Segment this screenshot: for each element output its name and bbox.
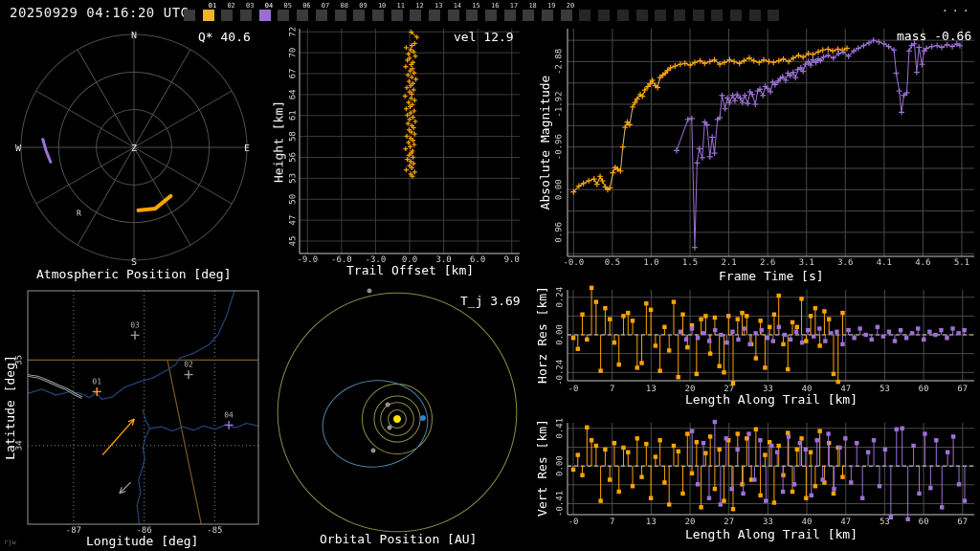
camera-box bbox=[448, 10, 459, 21]
camera-05[interactable]: 05 bbox=[278, 2, 297, 22]
camera-slot[interactable] bbox=[636, 2, 656, 22]
camera-box bbox=[561, 10, 572, 21]
trail-y-axis-title: Height [km] bbox=[272, 100, 286, 183]
camera-20[interactable]: 20 bbox=[561, 2, 580, 22]
camera-label: 07 bbox=[321, 3, 330, 10]
camera-box bbox=[768, 10, 779, 21]
camera-box bbox=[579, 10, 590, 21]
camera-label: 20 bbox=[566, 3, 575, 10]
camera-slot[interactable] bbox=[655, 2, 674, 22]
camera-02[interactable]: 02 bbox=[221, 2, 240, 22]
camera-box bbox=[542, 10, 553, 21]
camera-10[interactable]: 10 bbox=[372, 2, 391, 22]
camera-label: 09 bbox=[358, 3, 368, 10]
camera-slot[interactable] bbox=[184, 2, 203, 22]
camera-box bbox=[636, 10, 648, 21]
orbit-axis-title: Orbital Position [AU] bbox=[320, 532, 477, 546]
tisserand-annotation: T_j 3.69 bbox=[460, 294, 521, 308]
horz-res-y-axis-title: Horz Res [km] bbox=[535, 286, 549, 384]
camera-label: 03 bbox=[245, 3, 255, 10]
camera-box bbox=[523, 10, 534, 21]
camera-06[interactable]: 06 bbox=[297, 2, 316, 22]
camera-label: 04 bbox=[264, 3, 274, 10]
camera-box bbox=[655, 10, 666, 21]
trail-x-axis-title: Trail Offset [km] bbox=[346, 263, 474, 277]
camera-slot[interactable] bbox=[749, 2, 768, 22]
camera-label: 02 bbox=[226, 3, 235, 10]
camera-label: 19 bbox=[546, 3, 556, 10]
vert-res-x-axis-title: Length Along Trail [km] bbox=[685, 527, 858, 541]
q-annotation: Q* 40.6 bbox=[198, 30, 251, 44]
camera-label: 17 bbox=[509, 3, 519, 10]
magnitude-y-axis-title: Absolute Magnitude bbox=[538, 76, 552, 210]
camera-box bbox=[221, 10, 233, 21]
camera-box bbox=[485, 10, 497, 21]
magnitude-x-axis-title: Frame Time [s] bbox=[719, 269, 824, 283]
camera-slot[interactable] bbox=[598, 2, 617, 22]
camera-box bbox=[711, 10, 723, 21]
vert-res-y-axis-title: Vert Res [km] bbox=[535, 419, 549, 517]
camera-slot[interactable] bbox=[674, 2, 693, 22]
camera-03[interactable]: 03 bbox=[240, 2, 259, 22]
camera-label: 13 bbox=[434, 3, 443, 10]
camera-16[interactable]: 16 bbox=[485, 2, 504, 22]
camera-label: 01 bbox=[208, 3, 217, 10]
camera-11[interactable]: 11 bbox=[391, 2, 411, 22]
camera-box bbox=[391, 10, 403, 21]
camera-box bbox=[693, 10, 704, 21]
camera-box bbox=[259, 10, 271, 21]
camera-box bbox=[335, 10, 346, 21]
camera-box bbox=[674, 10, 685, 21]
overflow-menu-button[interactable]: ... bbox=[942, 0, 972, 14]
velocity-annotation: vel 12.9 bbox=[454, 30, 514, 44]
camera-04[interactable]: 04 bbox=[259, 2, 278, 22]
camera-12[interactable]: 12 bbox=[410, 2, 429, 22]
camera-slot[interactable] bbox=[711, 2, 730, 22]
camera-box bbox=[240, 10, 252, 21]
camera-17[interactable]: 17 bbox=[504, 2, 523, 22]
camera-19[interactable]: 19 bbox=[542, 2, 561, 22]
camera-box bbox=[184, 10, 195, 21]
camera-box bbox=[749, 10, 761, 21]
camera-box bbox=[504, 10, 516, 21]
camera-label: 15 bbox=[471, 3, 480, 10]
camera-01[interactable]: 01 bbox=[203, 2, 222, 22]
map-x-axis-title: Longitude [deg] bbox=[86, 534, 198, 548]
camera-label: 10 bbox=[377, 3, 387, 10]
atmospheric-axis-title: Atmospheric Position [deg] bbox=[36, 267, 232, 281]
camera-13[interactable]: 13 bbox=[429, 2, 448, 22]
camera-label: 06 bbox=[301, 3, 311, 10]
camera-09[interactable]: 09 bbox=[353, 2, 372, 22]
camera-box bbox=[429, 10, 440, 21]
camera-slot[interactable] bbox=[617, 2, 636, 22]
camera-14[interactable]: 14 bbox=[448, 2, 467, 22]
horz-res-x-axis-title: Length Along Trail [km] bbox=[685, 392, 858, 407]
camera-label: 11 bbox=[396, 3, 406, 10]
mass-annotation: mass -0.66 bbox=[897, 29, 971, 43]
camera-box bbox=[372, 10, 384, 21]
timestamp: 20250929 04:16:20 UTC bbox=[10, 5, 189, 20]
camera-15[interactable]: 15 bbox=[466, 2, 485, 22]
camera-label: 14 bbox=[453, 3, 462, 10]
camera-slot[interactable] bbox=[768, 2, 787, 22]
camera-slot[interactable] bbox=[693, 2, 712, 22]
app-window: 20250929 04:16:20 UTC 010203040506070809… bbox=[0, 0, 980, 551]
camera-label: 12 bbox=[414, 3, 424, 10]
camera-18[interactable]: 18 bbox=[523, 2, 542, 22]
camera-box bbox=[278, 10, 289, 21]
camera-box bbox=[410, 10, 421, 21]
camera-label: 18 bbox=[527, 3, 537, 10]
camera-box bbox=[730, 10, 742, 21]
camera-box bbox=[297, 10, 308, 21]
camera-label: 08 bbox=[340, 3, 349, 10]
camera-box bbox=[353, 10, 365, 21]
camera-08[interactable]: 08 bbox=[335, 2, 354, 22]
camera-slot[interactable] bbox=[730, 2, 749, 22]
camera-label: 16 bbox=[490, 3, 500, 10]
camera-box bbox=[598, 10, 610, 21]
camera-box bbox=[617, 10, 629, 21]
camera-slot[interactable] bbox=[579, 2, 598, 22]
camera-07[interactable]: 07 bbox=[316, 2, 335, 22]
watermark: rjw bbox=[4, 539, 16, 546]
camera-box bbox=[466, 10, 478, 21]
